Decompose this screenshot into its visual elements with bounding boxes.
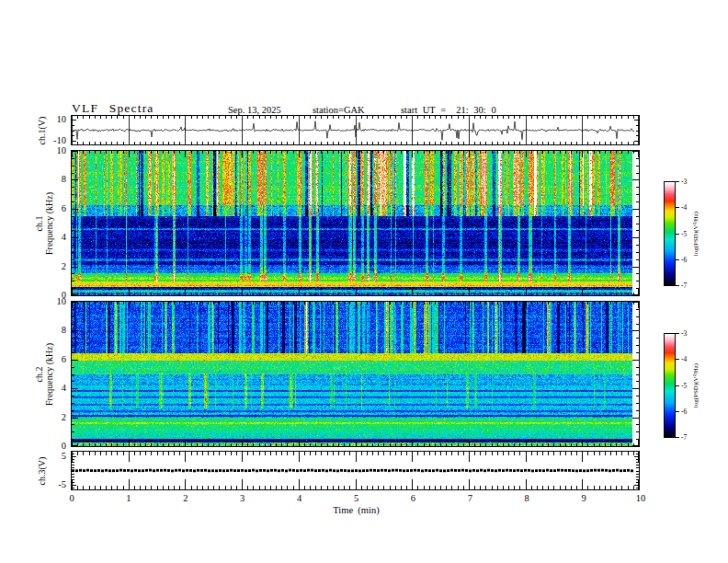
y-tick-label: 4	[42, 232, 66, 242]
y-tick-label: 8	[42, 325, 66, 335]
colorbar-tick	[676, 411, 679, 412]
colorbar-tick	[676, 385, 679, 386]
x-tick-label: 9	[570, 493, 597, 503]
ch2-frequency-axis-label: ch.2 Frequency (kHz)	[34, 343, 54, 406]
figure-title: VLF Spectra	[72, 101, 154, 116]
colorbar-tick-label: -5	[681, 230, 698, 238]
colorbar-tick	[676, 181, 679, 182]
colorbar-tick	[676, 359, 679, 360]
station-label: station=GAK	[313, 105, 365, 115]
colorbar-tick-label: -4	[681, 203, 698, 212]
y-tick-label: 2	[42, 412, 66, 422]
vlf-spectra-figure: VLF Spectra Sep. 13, 2025 station=GAK st…	[0, 0, 728, 563]
y-tick-label: 10	[42, 114, 66, 124]
y-tick-label: 0	[42, 441, 66, 451]
colorbar-tick-label: -6	[681, 408, 698, 416]
colorbar-tick-label: -3	[681, 329, 698, 338]
ch1-axis-label-line2: Frequency (kHz)	[44, 192, 54, 255]
x-tick-label: 10	[627, 493, 654, 503]
ch1-frequency-axis-label: ch.1 Frequency (kHz)	[34, 192, 54, 255]
x-tick-label: 0	[58, 493, 85, 503]
y-tick-label: 6	[42, 203, 66, 213]
y-tick-label: 6	[42, 354, 66, 364]
colorbar-tick	[676, 333, 679, 334]
x-tick-label: 8	[513, 493, 540, 503]
ch3-voltage-panel	[71, 451, 640, 490]
ch3-waveform-canvas	[72, 452, 639, 489]
colorbar-tick-label: -7	[681, 433, 698, 442]
colorbar-ch2	[664, 333, 676, 438]
ch1-voltage-panel	[71, 115, 640, 145]
colorbar-tick	[676, 259, 679, 260]
y-tick-label: 2	[42, 261, 66, 271]
x-tick-label: 4	[286, 493, 313, 503]
x-tick-label: 1	[115, 493, 142, 503]
ch2-axis-label-line2: Frequency (kHz)	[44, 343, 54, 406]
y-tick-label: -5	[42, 479, 66, 489]
y-tick-label: -10	[42, 135, 66, 145]
colorbar-tick-label: -3	[681, 178, 698, 186]
ch1-waveform-canvas	[72, 116, 639, 144]
y-tick-label: 5	[42, 451, 66, 461]
x-tick-label: 2	[172, 493, 199, 503]
ch1-spectrogram-canvas	[72, 151, 639, 295]
colorbar-ch1-canvas	[665, 182, 675, 285]
colorbar-tick-label: -5	[681, 382, 698, 390]
colorbar-tick-label: -4	[681, 355, 698, 363]
date-label: Sep. 13, 2025	[228, 105, 281, 115]
y-tick-label: 10	[42, 296, 66, 306]
y-tick-label: 8	[42, 174, 66, 184]
colorbar-ch1	[664, 181, 676, 286]
start-ut-label: start UT = 21: 30: 0	[401, 105, 496, 115]
x-tick-label: 3	[229, 493, 256, 503]
x-tick-label: 7	[456, 493, 483, 503]
x-tick-label: 6	[399, 493, 427, 503]
x-tick-label: 5	[343, 493, 370, 503]
y-tick-label: 10	[42, 145, 66, 155]
colorbar-tick	[676, 207, 679, 208]
ch2-axis-label-line1: ch.2	[34, 343, 44, 406]
colorbar-tick-label: -6	[681, 256, 698, 264]
colorbar-tick	[676, 234, 679, 235]
ch1-axis-label-line1: ch.1	[34, 192, 44, 255]
ch2-spectrogram-panel	[71, 301, 640, 447]
colorbar-tick	[676, 437, 679, 438]
colorbar-tick-label: -7	[681, 282, 698, 290]
ch1-spectrogram-panel	[71, 150, 640, 296]
x-axis-label: Time (min)	[72, 505, 641, 515]
colorbar-tick	[676, 285, 679, 286]
ch2-spectrogram-canvas	[72, 302, 639, 446]
colorbar-ch2-canvas	[665, 334, 675, 437]
y-tick-label: 4	[42, 383, 66, 393]
